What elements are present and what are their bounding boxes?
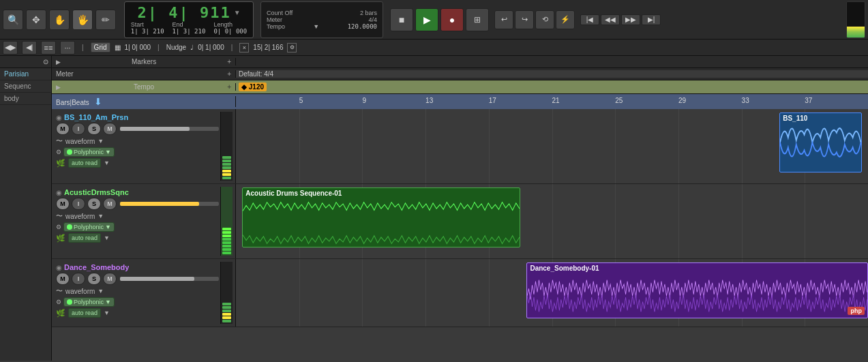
solo-btn-2[interactable]: S bbox=[87, 198, 101, 210]
polyphonic-label-1: Polyphonic bbox=[74, 149, 104, 155]
input-btn-1[interactable]: I bbox=[72, 123, 85, 135]
nav-btn-4[interactable]: ··· bbox=[60, 41, 75, 55]
auto-dropdown-2[interactable]: ▼ bbox=[104, 235, 110, 241]
auto-dropdown-1[interactable]: ▼ bbox=[104, 160, 110, 166]
add-tempo-btn[interactable]: + bbox=[227, 83, 231, 91]
waveform-icon-3: 〜 bbox=[56, 286, 63, 296]
tempo-label: Tempo bbox=[267, 23, 285, 30]
mode-btn-3[interactable]: M bbox=[103, 273, 117, 285]
grid-line bbox=[362, 259, 363, 327]
pointer-tool-button[interactable]: ✥ bbox=[26, 10, 46, 30]
tempo-arrow-icon[interactable]: ▼ bbox=[313, 23, 319, 30]
track-row-3: ◉ Dance_Somebody M I S M bbox=[52, 259, 868, 327]
loop-button[interactable]: ⟲ bbox=[535, 10, 554, 29]
mute-btn-1[interactable]: M bbox=[56, 123, 70, 135]
mute-btn-3[interactable]: M bbox=[56, 273, 70, 285]
add-marker-btn[interactable]: + bbox=[227, 58, 231, 65]
expand-markers-icon[interactable]: ▶ bbox=[56, 59, 61, 65]
poly-arrow-2: ▼ bbox=[105, 224, 111, 230]
add-meter-btn[interactable]: + bbox=[227, 70, 231, 78]
mode-btn-2[interactable]: M bbox=[103, 198, 117, 210]
fader-3[interactable] bbox=[120, 277, 219, 281]
end-marker-val: 15| 2| 166 bbox=[253, 44, 283, 51]
input-btn-2[interactable]: I bbox=[72, 198, 85, 210]
waveform-dropdown-2[interactable]: ▼ bbox=[98, 213, 104, 220]
time-sub-info: Start 1| 3| 210 End 1| 3| 210 Length 0| … bbox=[131, 21, 247, 35]
auto-read-btn-1[interactable]: auto read bbox=[68, 158, 101, 168]
nudge-label: Nudge bbox=[166, 44, 186, 51]
markers-label: ▶ Markers + bbox=[52, 58, 236, 65]
fader-2[interactable] bbox=[120, 202, 219, 206]
sidebar-item-sequence[interactable]: Sequenc bbox=[0, 80, 51, 93]
track-collapse-3[interactable]: ◉ bbox=[56, 264, 62, 271]
auto-dropdown-3[interactable]: ▼ bbox=[104, 310, 110, 316]
fastforward-button[interactable]: ▶▶ bbox=[621, 14, 640, 25]
solo-btn-1[interactable]: S bbox=[87, 123, 101, 135]
ruler-mark-9: 9 bbox=[362, 97, 366, 104]
track-name-2[interactable]: AcusticDrmsSqnc bbox=[64, 188, 129, 196]
waveform-dropdown-1[interactable]: ▼ bbox=[98, 138, 104, 145]
polyphonic-btn-1[interactable]: Polyphonic ▼ bbox=[63, 147, 115, 157]
fader-1[interactable] bbox=[120, 127, 219, 131]
record-button[interactable]: ● bbox=[440, 8, 464, 31]
add-track-button[interactable]: ◀▶ bbox=[3, 41, 18, 55]
track-content-3: Dance_Somebody-01 php bbox=[236, 259, 868, 327]
count-off-label: Count Off bbox=[267, 10, 293, 16]
input-btn-3[interactable]: I bbox=[72, 273, 85, 285]
track-collapse-1[interactable]: ◉ bbox=[56, 114, 62, 121]
loop-back-button[interactable]: ↩ bbox=[494, 10, 513, 29]
waveform-dropdown-3[interactable]: ▼ bbox=[98, 288, 104, 295]
poly-indicator-3 bbox=[67, 299, 72, 305]
play-button[interactable]: ▶ bbox=[415, 8, 438, 31]
auto-read-row-2: 🌿 auto read ▼ bbox=[56, 233, 219, 243]
sidebar-item-parisian[interactable]: Parisian bbox=[0, 68, 51, 80]
nav-btn-3[interactable]: ≡≡ bbox=[41, 41, 56, 55]
track-row-2: ◉ AcusticDrmsSqnc M I S M bbox=[52, 184, 868, 259]
grid-line bbox=[552, 109, 553, 183]
skip-start-button[interactable]: |◀ bbox=[580, 14, 599, 25]
track-name-3[interactable]: Dance_Somebody bbox=[64, 263, 129, 271]
sidebar-item-body[interactable]: body bbox=[0, 93, 51, 105]
markers-text: Markers bbox=[132, 58, 156, 65]
pencil-tool-button[interactable]: ✏ bbox=[95, 10, 116, 30]
meter-row-label: Meter + bbox=[52, 70, 236, 78]
track-name-1[interactable]: BS_110_Am_Prsn bbox=[64, 113, 128, 121]
nav-btn-2[interactable]: ◀| bbox=[22, 41, 37, 55]
solo-btn-3[interactable]: S bbox=[87, 273, 101, 285]
polyphonic-btn-2[interactable]: Polyphonic ▼ bbox=[63, 222, 115, 232]
vol-meter-3 bbox=[220, 262, 233, 324]
waveform-icon-1: 〜 bbox=[56, 136, 63, 146]
punch-button[interactable]: ⚡ bbox=[556, 10, 575, 29]
stop-button[interactable]: ■ bbox=[390, 8, 413, 31]
metronome-button[interactable]: × bbox=[239, 43, 249, 52]
level-meter bbox=[846, 1, 865, 38]
mute-btn-2[interactable]: M bbox=[56, 198, 70, 210]
grid-line bbox=[805, 184, 805, 258]
track-area: ▶ Markers + Meter + Default: 4/4 ▶ Tempo… bbox=[52, 56, 868, 361]
expand-tempo-icon[interactable]: ▶ bbox=[56, 84, 61, 91]
audio-clip-1[interactable]: BS_110 bbox=[779, 112, 862, 172]
ruler-mark-25: 25 bbox=[615, 97, 623, 104]
mode-btn-1[interactable]: M bbox=[103, 123, 117, 135]
track-collapse-2[interactable]: ◉ bbox=[56, 189, 62, 196]
link-button[interactable]: ⚙ bbox=[287, 43, 297, 52]
ruler-mark-37: 37 bbox=[805, 97, 812, 104]
palm-tool-button[interactable]: 🖐 bbox=[72, 10, 93, 30]
hand-tool-button[interactable]: ✋ bbox=[49, 10, 70, 30]
audio-clip-2[interactable]: Acoustic Drums Sequence-01 bbox=[242, 187, 520, 247]
waveform-text-3: waveform bbox=[65, 288, 95, 295]
sidebar-collapse-btn[interactable]: ⊙ bbox=[43, 58, 48, 65]
grid-button[interactable]: ⊞ bbox=[466, 8, 489, 31]
clip-label-2: Acoustic Drums Sequence-01 bbox=[245, 190, 342, 197]
track-controls-3: ◉ Dance_Somebody M I S M bbox=[52, 259, 236, 327]
rewind-button[interactable]: ◀◀ bbox=[601, 14, 620, 25]
skip-end-button[interactable]: ▶| bbox=[642, 14, 661, 25]
audio-clip-3[interactable]: Dance_Somebody-01 php bbox=[526, 262, 868, 318]
loop-fwd-button[interactable]: ↪ bbox=[515, 10, 534, 29]
auto-read-btn-2[interactable]: auto read bbox=[68, 233, 101, 243]
php-badge: php bbox=[848, 307, 865, 315]
waveform-icon-2: 〜 bbox=[56, 211, 63, 221]
polyphonic-btn-3[interactable]: Polyphonic ▼ bbox=[63, 297, 115, 307]
auto-read-btn-3[interactable]: auto read bbox=[68, 308, 101, 318]
zoom-tool-button[interactable]: 🔍 bbox=[3, 10, 23, 30]
